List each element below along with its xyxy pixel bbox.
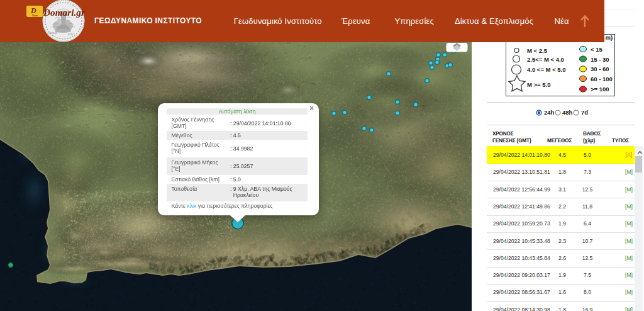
svg-text:Domari.gr: Domari.gr	[43, 7, 86, 18]
svg-text:ΑΣΤΕΡ: ΑΣΤΕΡ	[67, 33, 74, 36]
svg-text:ΕΘΝΙΚΟΝ: ΕΘΝΙΚΟΝ	[48, 32, 58, 35]
svg-text:News: News	[32, 14, 38, 17]
